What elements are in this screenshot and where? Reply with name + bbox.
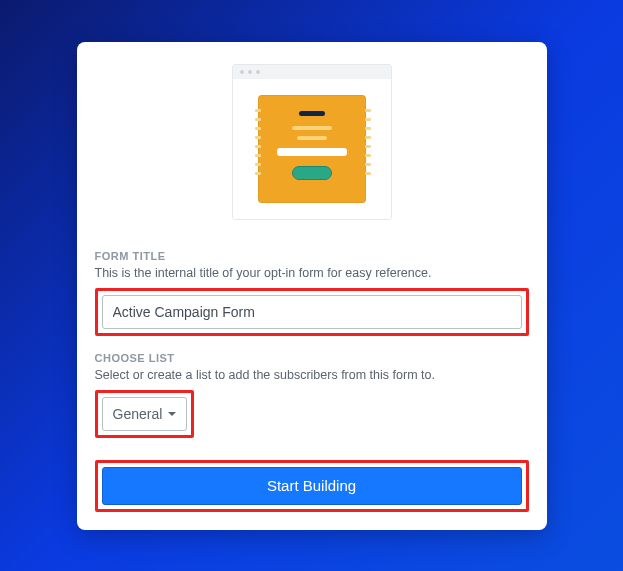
choose-list-dropdown[interactable]: General [102,397,188,431]
choose-list-label: CHOOSE LIST [95,352,529,364]
caret-down-icon [168,412,176,416]
start-building-button[interactable]: Start Building [102,467,522,505]
form-title-input[interactable] [102,295,522,329]
highlight-box: General [95,390,195,438]
form-title-description: This is the internal title of your opt-i… [95,266,529,280]
choose-list-selected: General [113,406,163,422]
highlight-box: Start Building [95,460,529,512]
form-setup-card: FORM TITLE This is the internal title of… [77,42,547,530]
form-illustration [232,64,392,220]
choose-list-description: Select or create a list to add the subsc… [95,368,529,382]
form-title-label: FORM TITLE [95,250,529,262]
highlight-box [95,288,529,336]
browser-chrome-dots [233,65,391,79]
